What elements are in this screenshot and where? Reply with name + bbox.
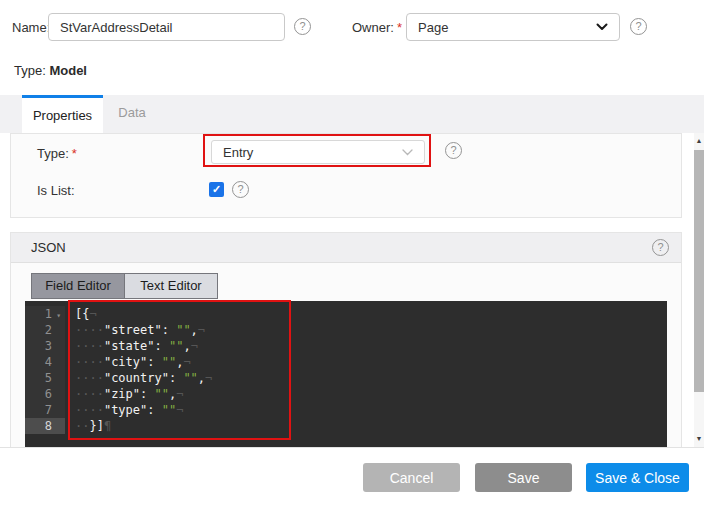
code-line[interactable]: 1▾ [{¬ [25, 306, 667, 322]
line-number: 1 [45, 307, 52, 321]
eol-marker: ¬ [205, 371, 212, 385]
code-line[interactable]: 2 ····"street": "",¬ [25, 322, 667, 338]
code-line[interactable]: 7 ····"type": ""¬ [25, 402, 667, 418]
is-list-checkbox[interactable]: ✓ [209, 182, 224, 197]
text-editor-tab[interactable]: Text Editor [125, 274, 217, 298]
line-number: 7 [45, 403, 52, 417]
eol-marker: ¬ [176, 403, 183, 417]
cancel-button[interactable]: Cancel [363, 463, 460, 492]
help-icon-owner[interactable]: ? [630, 18, 647, 35]
save-button[interactable]: Save [475, 463, 572, 492]
help-icon-type[interactable]: ? [445, 142, 462, 159]
vertical-scrollbar[interactable]: ▲ ▼ [694, 133, 704, 447]
type-summary-value: Model [49, 63, 87, 78]
json-panel: JSON ? Field Editor Text Editor 1▾ [{¬ 2… [10, 232, 682, 447]
scroll-down-icon[interactable]: ▼ [694, 433, 704, 445]
json-section-header: JSON ? [11, 233, 681, 263]
cursor-marker: ¶ [104, 419, 111, 433]
line-number: 8 [45, 419, 52, 433]
type-select-value: Entry [223, 145, 253, 160]
json-code-editor[interactable]: 1▾ [{¬ 2 ····"street": "",¬ 3 ····"state… [25, 301, 667, 447]
type-select[interactable]: Entry [211, 140, 425, 164]
owner-select-value: Page [418, 20, 448, 35]
save-and-close-button[interactable]: Save & Close [586, 463, 689, 492]
code-line[interactable]: 4 ····"city": "",¬ [25, 354, 667, 370]
line-number: 3 [45, 339, 52, 353]
code-line-active[interactable]: 8 ··}]¶ [25, 418, 667, 434]
chevron-down-icon [402, 149, 413, 156]
properties-panel: Type:* Entry ? Is List: ✓ ? [10, 133, 682, 218]
json-editor-toggle: Field Editor Text Editor [31, 273, 218, 299]
footer-divider [0, 447, 704, 448]
chevron-down-icon [596, 23, 608, 31]
required-marker: * [72, 146, 77, 161]
is-list-label: Is List: [37, 183, 75, 198]
required-marker: * [397, 20, 402, 35]
line-number: 4 [45, 355, 52, 369]
line-number: 5 [45, 371, 52, 385]
scrollbar-thumb[interactable] [694, 150, 704, 392]
code-line[interactable]: 5 ····"country": "",¬ [25, 370, 667, 386]
type-field-label: Type:* [37, 146, 77, 161]
eol-marker: ¬ [89, 307, 96, 321]
line-number: 6 [45, 387, 52, 401]
eol-marker: ¬ [191, 339, 198, 353]
help-icon-json[interactable]: ? [652, 239, 669, 256]
owner-select[interactable]: Page [406, 13, 620, 41]
field-editor-tab[interactable]: Field Editor [32, 274, 125, 298]
tab-strip: Properties Data [0, 95, 704, 133]
help-icon-name[interactable]: ? [294, 18, 311, 35]
type-summary: Type: Model [14, 63, 87, 78]
scroll-up-icon[interactable]: ▲ [694, 135, 704, 147]
owner-label: Owner:* [352, 20, 402, 36]
json-section-title: JSON [31, 240, 66, 255]
code-line[interactable]: 6 ····"zip": "",¬ [25, 386, 667, 402]
name-input[interactable] [48, 13, 285, 41]
eol-marker: ¬ [198, 323, 205, 337]
tab-properties[interactable]: Properties [22, 95, 103, 133]
code-line[interactable]: 3 ····"state": "",¬ [25, 338, 667, 354]
eol-marker: ¬ [176, 387, 183, 401]
checkmark-icon: ✓ [212, 183, 221, 195]
help-icon-is-list[interactable]: ? [232, 181, 249, 198]
eol-marker: ¬ [183, 355, 190, 369]
line-number: 2 [45, 323, 52, 337]
tab-data[interactable]: Data [103, 95, 161, 133]
